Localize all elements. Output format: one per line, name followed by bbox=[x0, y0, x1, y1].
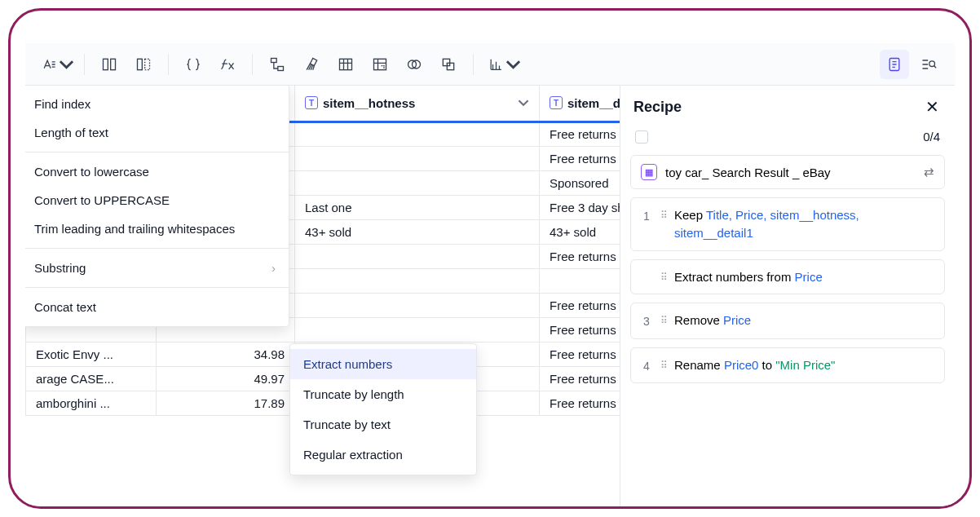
swap-icon[interactable]: ⇄ bbox=[924, 165, 934, 179]
search-list-icon bbox=[920, 56, 937, 73]
menu-item-find-index[interactable]: Find index bbox=[25, 90, 289, 118]
menu-item-concat[interactable]: Concat text bbox=[25, 293, 289, 321]
cell-hotness[interactable] bbox=[295, 244, 540, 268]
column-header-label: sitem__hotness bbox=[323, 96, 415, 110]
cell-title[interactable]: Exotic Envy ... bbox=[26, 342, 157, 366]
cell-detail[interactable]: Free returns bbox=[540, 122, 621, 146]
doc-icon bbox=[886, 56, 903, 73]
chart-dropdown[interactable] bbox=[483, 50, 521, 79]
app-root: T sitem__hotness T sitem__det bbox=[25, 43, 955, 506]
cell-title[interactable]: arage CASE... bbox=[26, 366, 157, 391]
columns-add-icon-button[interactable] bbox=[95, 50, 124, 79]
dataset-icon: ▦ bbox=[641, 164, 657, 180]
recipe-select-all-checkbox[interactable] bbox=[635, 130, 648, 144]
braces-icon bbox=[185, 56, 201, 73]
svg-rect-1 bbox=[111, 59, 116, 69]
main-area: T sitem__hotness T sitem__det bbox=[25, 86, 955, 506]
cell-detail[interactable]: Free 3 day sh bbox=[540, 195, 621, 219]
svg-rect-11 bbox=[447, 63, 453, 69]
menu-item-length[interactable]: Length of text bbox=[25, 118, 289, 147]
menu-item-lowercase[interactable]: Convert to lowercase bbox=[25, 157, 289, 186]
braces-button[interactable] bbox=[179, 50, 208, 79]
text-type-icon: T bbox=[550, 96, 563, 109]
submenu-truncate-length[interactable]: Truncate by length bbox=[290, 379, 476, 409]
cell-hotness[interactable] bbox=[295, 122, 540, 146]
chart-icon bbox=[488, 56, 504, 73]
join-button[interactable] bbox=[400, 50, 429, 79]
column-header-hotness[interactable]: T sitem__hotness bbox=[295, 86, 540, 122]
union-icon bbox=[440, 56, 457, 73]
cell-detail[interactable]: 43+ sold bbox=[540, 219, 621, 244]
clean-button[interactable] bbox=[297, 50, 326, 79]
cell-hotness[interactable] bbox=[295, 268, 540, 293]
svg-rect-2 bbox=[138, 59, 143, 69]
cell-detail[interactable]: Free returns bbox=[540, 293, 621, 317]
cell-hotness[interactable]: 43+ sold bbox=[295, 219, 540, 244]
cell-detail[interactable]: Free returns bbox=[540, 146, 621, 170]
cell-hotness[interactable] bbox=[295, 293, 540, 317]
cell-title[interactable]: amborghini ... bbox=[26, 391, 157, 415]
step-number: 3 bbox=[641, 313, 652, 329]
submenu-regular-extraction[interactable]: Regular extraction bbox=[290, 440, 476, 470]
recipe-step[interactable]: 4⠿Rename Price0 to "Min Price" bbox=[630, 347, 945, 383]
drag-handle-icon[interactable]: ⠿ bbox=[660, 360, 666, 370]
fx-icon bbox=[219, 56, 236, 73]
menu-item-substring[interactable]: Substring › bbox=[25, 254, 289, 282]
recipe-count-row: 0/4 bbox=[620, 126, 955, 155]
recipe-step[interactable]: ⠿Extract numbers from Price bbox=[630, 259, 945, 295]
svg-rect-0 bbox=[104, 59, 108, 69]
columns-remove-icon-button[interactable] bbox=[129, 50, 158, 79]
cell-detail[interactable]: Free returns bbox=[540, 317, 621, 342]
recipe-count: 0/4 bbox=[923, 130, 940, 144]
step-text: Extract numbers from Price bbox=[674, 268, 823, 286]
drag-handle-icon[interactable]: ⠿ bbox=[660, 272, 666, 282]
recipe-step[interactable]: 1⠿Keep Title, Price, sitem__hotness, sit… bbox=[630, 197, 945, 251]
chevron-down-icon bbox=[59, 56, 74, 73]
svg-rect-6 bbox=[340, 59, 352, 69]
cell-detail[interactable]: Free returns bbox=[540, 366, 621, 391]
substring-submenu: Extract numbers Truncate by length Trunc… bbox=[289, 343, 477, 475]
chevron-down-icon[interactable] bbox=[518, 97, 529, 108]
fx-button[interactable] bbox=[213, 50, 242, 79]
text-format-icon bbox=[42, 56, 57, 73]
columns-remove-icon bbox=[135, 56, 152, 73]
clean-icon bbox=[303, 56, 320, 73]
text-format-dropdown[interactable] bbox=[37, 50, 74, 79]
cell-hotness[interactable]: Last one bbox=[295, 195, 540, 219]
recipe-step[interactable]: 3⠿Remove Price bbox=[630, 303, 945, 338]
column-header-detail[interactable]: T sitem__det bbox=[540, 86, 621, 122]
cell-hotness[interactable] bbox=[295, 170, 540, 195]
submenu-truncate-text[interactable]: Truncate by text bbox=[290, 409, 476, 440]
cell-detail[interactable]: Free returns bbox=[540, 391, 621, 415]
column-header-label: sitem__det bbox=[567, 96, 620, 110]
cell-detail[interactable]: Free returns bbox=[540, 244, 621, 268]
svg-rect-4 bbox=[271, 58, 277, 62]
cell-detail[interactable]: Sponsored bbox=[540, 170, 621, 195]
cell-hotness[interactable] bbox=[295, 317, 540, 342]
step-text: Remove Price bbox=[674, 312, 751, 329]
step-text: Keep Title, Price, sitem__hotness, sitem… bbox=[674, 206, 934, 242]
pivot-button[interactable] bbox=[365, 50, 395, 79]
menu-item-trim[interactable]: Trim leading and trailing whitespaces bbox=[25, 214, 289, 243]
pivot-icon bbox=[372, 56, 388, 73]
close-icon[interactable]: ✕ bbox=[922, 97, 942, 117]
cell-detail[interactable]: Free returns bbox=[540, 342, 621, 366]
text-type-icon: T bbox=[305, 96, 318, 109]
menu-item-uppercase[interactable]: Convert to UPPERCASE bbox=[25, 186, 289, 214]
cell-price[interactable]: 34.98 bbox=[157, 342, 295, 366]
submenu-extract-numbers[interactable]: Extract numbers bbox=[290, 349, 476, 379]
drag-handle-icon[interactable]: ⠿ bbox=[660, 210, 666, 220]
union-button[interactable] bbox=[434, 50, 463, 79]
cell-price[interactable]: 49.97 bbox=[157, 366, 295, 391]
table-layout-button[interactable] bbox=[331, 50, 360, 79]
recipe-panel-toggle[interactable] bbox=[880, 50, 909, 79]
cell-hotness[interactable] bbox=[295, 146, 540, 170]
drag-handle-icon[interactable]: ⠿ bbox=[660, 316, 666, 325]
data-sheet: T sitem__hotness T sitem__det bbox=[25, 86, 620, 506]
search-button[interactable] bbox=[914, 50, 943, 79]
cell-price[interactable]: 17.89 bbox=[157, 391, 295, 415]
recipe-source-row[interactable]: ▦ toy car_ Search Result _ eBay ⇄ bbox=[630, 155, 945, 189]
relationship-button[interactable] bbox=[263, 50, 292, 79]
chevron-right-icon: › bbox=[271, 261, 276, 275]
cell-detail[interactable] bbox=[540, 268, 621, 293]
